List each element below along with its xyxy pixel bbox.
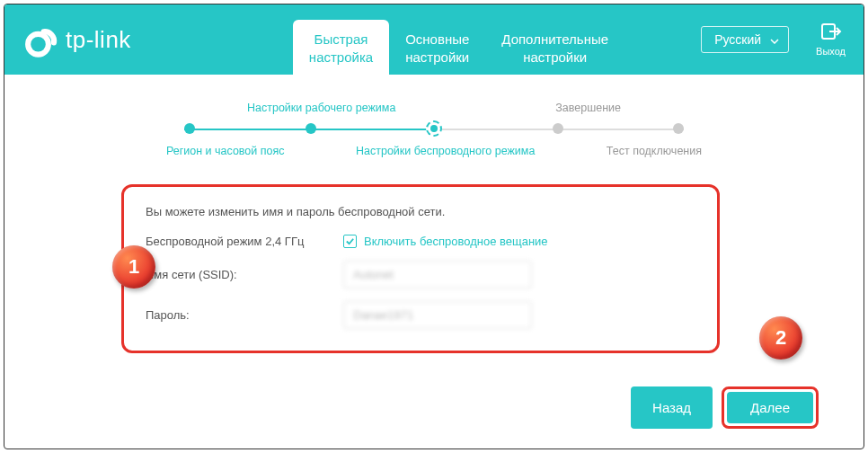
step-label-wireless: Настройки беспроводного режима [356,145,535,157]
step-dot-5 [673,123,684,134]
exit-label: Выход [816,46,846,57]
wireless-settings-panel: Вы можете изменить имя и пароль беспрово… [121,184,720,353]
footer-buttons: Назад Далее [631,386,819,429]
next-button[interactable]: Далее [727,392,813,423]
exit-button[interactable]: Выход [816,22,846,57]
enable-wireless-label: Включить беспроводное вещание [364,235,548,248]
content-area: Настройки рабочего режима Завершение Рег… [4,75,864,353]
step-dot-4 [553,123,563,134]
next-button-highlight: Далее [722,386,819,429]
step-label-test: Тест подключения [607,145,702,157]
annotation-badge-1: 1 [112,245,155,289]
step-label-region: Регион и часовой пояс [166,145,285,157]
band-label: Беспроводной режим 2,4 ГГц [146,235,343,248]
step-dot-2 [306,123,316,134]
back-button[interactable]: Назад [631,386,713,429]
header: tp-link Быстрая настройка Основные настр… [4,4,864,75]
svg-point-0 [28,34,49,55]
step-dot-3-current [426,120,442,137]
enable-wireless-checkbox[interactable]: Включить беспроводное вещание [343,235,548,248]
language-value: Русский [714,32,761,47]
tplink-icon [22,21,60,58]
password-input[interactable] [343,301,532,329]
step-label-finish: Завершение [555,102,621,114]
tab-basic[interactable]: Основные настройки [389,20,485,75]
ssid-label: Имя сети (SSID): [146,268,343,281]
password-label: Пароль: [146,308,343,322]
tab-advanced[interactable]: Дополнительные настройки [485,20,624,75]
language-select[interactable]: Русский [701,26,789,53]
annotation-badge-2: 2 [759,316,802,360]
step-label-mode: Настройки рабочего режима [247,102,395,114]
chevron-down-icon [770,32,779,47]
brand-logo: tp-link [22,21,131,58]
ssid-input[interactable] [343,261,532,289]
instruction-text: Вы можете изменить имя и пароль беспрово… [146,205,695,218]
stepper: Настройки рабочего режима Завершение Рег… [166,102,702,157]
checkbox-icon [343,235,357,248]
tab-quick-setup[interactable]: Быстрая настройка [293,20,389,75]
step-dot-1 [184,123,195,134]
brand-name: tp-link [66,26,131,54]
main-tabs: Быстрая настройка Основные настройки Доп… [293,4,624,75]
exit-icon [820,22,842,40]
